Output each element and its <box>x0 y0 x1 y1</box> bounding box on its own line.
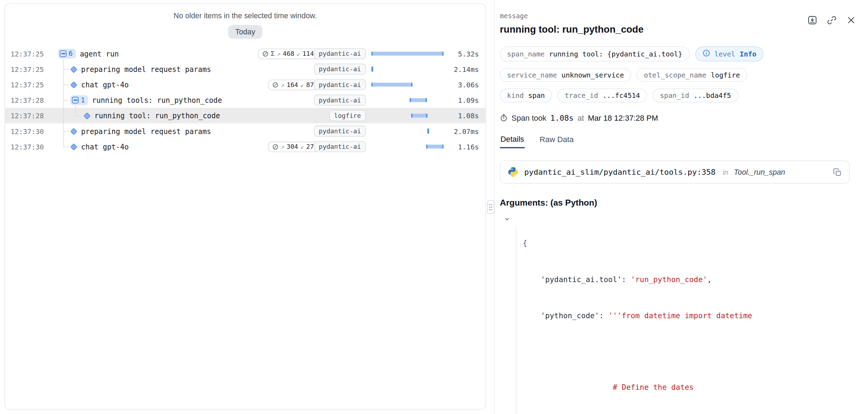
grip-dots-icon <box>489 203 493 211</box>
tokens-sent: 468 <box>283 50 294 58</box>
row-tag-col: pydantic-ai <box>318 126 366 137</box>
trace-row[interactable]: 12:37:30 chat gpt-4o ↗304 ↙27 pydantic-a… <box>5 139 485 154</box>
trace-row[interactable]: 12:37:25 preparing model request params … <box>5 61 485 77</box>
timing-connector: at <box>578 113 584 122</box>
detail-header: message running tool: run_python_code <box>500 12 856 35</box>
token-usage-badge: ↗304 ↙27 <box>268 141 318 152</box>
timeline-track <box>371 61 443 77</box>
timing-timestamp: Mar 18 12:37:28 PM <box>588 113 658 122</box>
trace-panel: No older items in the selected time wind… <box>5 3 486 410</box>
trace-row[interactable]: 12:37:25 6 agent run Σ ↗468 ↙114 pydanti… <box>5 46 485 61</box>
arguments-heading: Arguments: (as Python) <box>500 198 856 208</box>
app: No older items in the selected time wind… <box>0 0 868 414</box>
row-timestamp: 12:37:25 <box>11 65 58 73</box>
timeline-track <box>371 77 443 92</box>
copy-button[interactable] <box>832 167 842 177</box>
attribute-pill-kind: kind span <box>500 88 552 102</box>
tokens-icon <box>263 51 269 56</box>
span-diamond-icon <box>71 81 77 88</box>
tokens-icon <box>272 82 278 88</box>
tree-connector <box>63 85 69 85</box>
arrow-up-icon: ↗ <box>281 143 284 150</box>
copy-icon <box>832 167 842 177</box>
close-button[interactable] <box>845 14 856 26</box>
row-timeline-col <box>366 61 449 77</box>
timeline-bar[interactable] <box>371 52 443 55</box>
token-usage-badge: ↗164 ↙87 <box>268 79 318 90</box>
trace-row[interactable]: 12:37:30 preparing model request params … <box>5 123 485 139</box>
tree-connector <box>63 147 69 147</box>
span-name: chat gpt-4o <box>81 142 129 151</box>
row-timeline-col <box>366 139 449 154</box>
row-duration: 1.16s <box>449 142 486 151</box>
row-timestamp: 12:37:25 <box>11 49 58 58</box>
attribute-key: service_name <box>507 71 557 79</box>
attribute-key: span_name <box>507 50 545 58</box>
archive-button[interactable] <box>807 14 818 26</box>
attribute-key: level <box>715 50 735 58</box>
collapse-toggle[interactable]: 1 <box>70 95 88 105</box>
scope-tag: pydantic-ai <box>314 141 366 152</box>
code-line: date1 = datetime(2000, 1, 1) <box>500 394 856 414</box>
timeline-bar[interactable] <box>371 83 413 87</box>
span-diamond-icon <box>71 66 77 73</box>
info-icon <box>702 49 710 59</box>
tree-connector <box>63 131 69 132</box>
row-main: 1 running tools: run_python_code <box>58 95 253 105</box>
trace-row[interactable]: 12:37:28 1 running tools: run_python_cod… <box>5 92 485 108</box>
child-count: 1 <box>81 96 85 104</box>
tab-raw-data[interactable]: Raw Data <box>539 134 574 148</box>
today-button[interactable]: Today <box>228 25 263 39</box>
stopwatch-icon <box>500 114 508 122</box>
code-line <box>500 321 856 358</box>
row-timeline-col <box>366 77 449 92</box>
attribute-value: ...bda4f5 <box>693 91 731 100</box>
tree-connector <box>63 100 69 101</box>
code-location-path: pydantic_ai_slim/pydantic_ai/tools.py:35… <box>524 168 716 176</box>
collapse-toggle[interactable]: 6 <box>58 49 76 59</box>
code-line: 'pydantic_ai.tool': 'run_python_code', <box>500 249 856 286</box>
attribute-value: Info <box>740 50 756 58</box>
timing-prefix: Span took <box>512 113 546 122</box>
row-tag-col: pydantic-ai <box>318 141 366 152</box>
row-main: chat gpt-4o <box>58 80 253 89</box>
row-timestamp: 12:37:28 <box>11 96 58 105</box>
detail-header-actions <box>807 14 856 26</box>
attribute-pill-span_name: span_name running tool: {pydantic_ai.too… <box>500 46 690 61</box>
row-duration: 1.08s <box>449 112 486 120</box>
timeline-track <box>371 123 443 139</box>
scope-tag: pydantic-ai <box>314 95 366 106</box>
timeline-bar[interactable] <box>371 67 373 72</box>
timeline-bar[interactable] <box>411 114 427 118</box>
scope-tag: pydantic-ai <box>314 79 366 90</box>
code-line: { <box>500 214 856 250</box>
tree-connector <box>63 59 64 147</box>
timeline-bar[interactable] <box>409 98 427 102</box>
panel-resize-handle[interactable] <box>487 200 494 214</box>
attribute-value: ...fc4514 <box>603 91 640 100</box>
timeline-bar[interactable] <box>427 145 443 148</box>
span-diamond-icon <box>84 112 90 119</box>
link-icon <box>826 15 837 25</box>
today-wrap: Today <box>5 25 485 39</box>
row-timeline-col <box>366 123 449 139</box>
copy-link-button[interactable] <box>826 14 837 26</box>
span-name: running tool: run_python_code <box>94 112 220 120</box>
timeline-bar[interactable] <box>427 129 429 134</box>
scope-tag: pydantic-ai <box>314 48 366 59</box>
code-location-card[interactable]: pydantic_ai_slim/pydantic_ai/tools.py:35… <box>500 160 850 183</box>
timeline-track <box>371 46 443 61</box>
pill-row: service_name unknown_service otel_scope_… <box>500 68 856 82</box>
pill-row: kind span trace_id ...fc4514 span_id ...… <box>500 88 856 102</box>
row-main: chat gpt-4o <box>58 142 253 151</box>
scope-tag: pydantic-ai <box>314 126 366 137</box>
tree-connector <box>63 69 69 70</box>
code-line: 'python_code': '''from datetime import d… <box>500 286 856 322</box>
timeline-track <box>371 92 443 108</box>
caret-down-icon[interactable] <box>504 216 510 222</box>
sigma-icon: Σ <box>271 50 275 58</box>
scope-tag: pydantic-ai <box>314 64 366 75</box>
trace-row[interactable]: 12:37:25 chat gpt-4o ↗164 ↙87 pydantic-a… <box>5 77 485 92</box>
code-location-function: Tool._run_span <box>734 168 785 176</box>
tab-details[interactable]: Details <box>500 134 525 148</box>
